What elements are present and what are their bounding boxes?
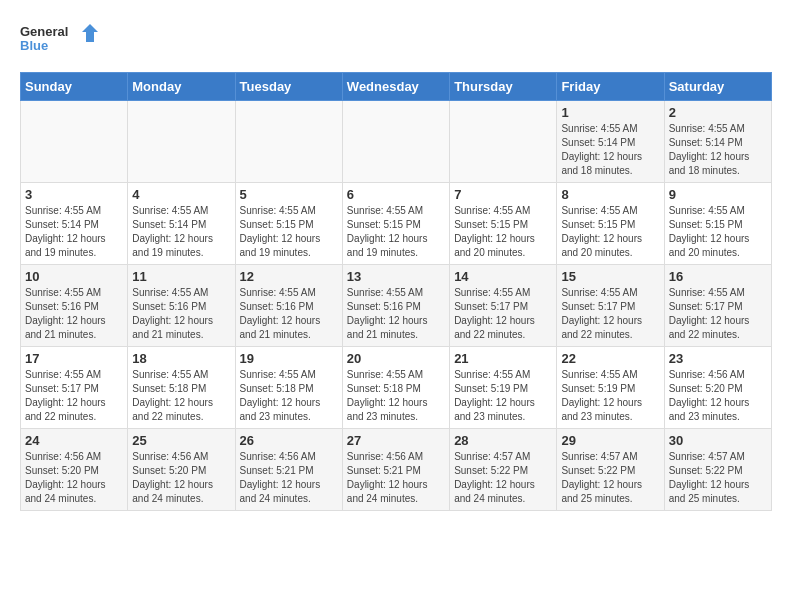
- day-info: Sunrise: 4:55 AM Sunset: 5:19 PM Dayligh…: [454, 368, 552, 424]
- calendar-cell: 24Sunrise: 4:56 AM Sunset: 5:20 PM Dayli…: [21, 429, 128, 511]
- calendar-cell: 18Sunrise: 4:55 AM Sunset: 5:18 PM Dayli…: [128, 347, 235, 429]
- calendar-cell: 29Sunrise: 4:57 AM Sunset: 5:22 PM Dayli…: [557, 429, 664, 511]
- day-number: 2: [669, 105, 767, 120]
- day-number: 6: [347, 187, 445, 202]
- day-number: 5: [240, 187, 338, 202]
- calendar-cell: 11Sunrise: 4:55 AM Sunset: 5:16 PM Dayli…: [128, 265, 235, 347]
- weekday-header-wednesday: Wednesday: [342, 73, 449, 101]
- calendar-cell: [21, 101, 128, 183]
- calendar-cell: 10Sunrise: 4:55 AM Sunset: 5:16 PM Dayli…: [21, 265, 128, 347]
- day-number: 18: [132, 351, 230, 366]
- day-info: Sunrise: 4:55 AM Sunset: 5:15 PM Dayligh…: [454, 204, 552, 260]
- calendar-cell: 21Sunrise: 4:55 AM Sunset: 5:19 PM Dayli…: [450, 347, 557, 429]
- day-number: 4: [132, 187, 230, 202]
- day-number: 13: [347, 269, 445, 284]
- day-info: Sunrise: 4:55 AM Sunset: 5:14 PM Dayligh…: [561, 122, 659, 178]
- calendar-cell: 25Sunrise: 4:56 AM Sunset: 5:20 PM Dayli…: [128, 429, 235, 511]
- calendar-cell: 26Sunrise: 4:56 AM Sunset: 5:21 PM Dayli…: [235, 429, 342, 511]
- svg-marker-2: [82, 24, 98, 42]
- day-info: Sunrise: 4:57 AM Sunset: 5:22 PM Dayligh…: [454, 450, 552, 506]
- logo-svg: General Blue: [20, 20, 100, 64]
- day-number: 30: [669, 433, 767, 448]
- calendar-cell: [450, 101, 557, 183]
- day-number: 24: [25, 433, 123, 448]
- day-info: Sunrise: 4:55 AM Sunset: 5:14 PM Dayligh…: [669, 122, 767, 178]
- day-number: 3: [25, 187, 123, 202]
- logo: General Blue: [20, 20, 100, 64]
- day-number: 14: [454, 269, 552, 284]
- day-number: 12: [240, 269, 338, 284]
- calendar-cell: 8Sunrise: 4:55 AM Sunset: 5:15 PM Daylig…: [557, 183, 664, 265]
- day-info: Sunrise: 4:57 AM Sunset: 5:22 PM Dayligh…: [561, 450, 659, 506]
- day-number: 22: [561, 351, 659, 366]
- day-info: Sunrise: 4:56 AM Sunset: 5:20 PM Dayligh…: [25, 450, 123, 506]
- day-info: Sunrise: 4:57 AM Sunset: 5:22 PM Dayligh…: [669, 450, 767, 506]
- calendar-week-row: 24Sunrise: 4:56 AM Sunset: 5:20 PM Dayli…: [21, 429, 772, 511]
- weekday-header-row: SundayMondayTuesdayWednesdayThursdayFrid…: [21, 73, 772, 101]
- calendar-cell: 2Sunrise: 4:55 AM Sunset: 5:14 PM Daylig…: [664, 101, 771, 183]
- day-info: Sunrise: 4:55 AM Sunset: 5:17 PM Dayligh…: [669, 286, 767, 342]
- calendar-cell: 6Sunrise: 4:55 AM Sunset: 5:15 PM Daylig…: [342, 183, 449, 265]
- calendar-cell: 5Sunrise: 4:55 AM Sunset: 5:15 PM Daylig…: [235, 183, 342, 265]
- weekday-header-sunday: Sunday: [21, 73, 128, 101]
- day-info: Sunrise: 4:55 AM Sunset: 5:14 PM Dayligh…: [25, 204, 123, 260]
- calendar-cell: 20Sunrise: 4:55 AM Sunset: 5:18 PM Dayli…: [342, 347, 449, 429]
- day-number: 19: [240, 351, 338, 366]
- day-number: 17: [25, 351, 123, 366]
- day-number: 10: [25, 269, 123, 284]
- calendar-cell: 15Sunrise: 4:55 AM Sunset: 5:17 PM Dayli…: [557, 265, 664, 347]
- day-number: 23: [669, 351, 767, 366]
- calendar-week-row: 1Sunrise: 4:55 AM Sunset: 5:14 PM Daylig…: [21, 101, 772, 183]
- calendar-cell: 12Sunrise: 4:55 AM Sunset: 5:16 PM Dayli…: [235, 265, 342, 347]
- calendar-cell: 19Sunrise: 4:55 AM Sunset: 5:18 PM Dayli…: [235, 347, 342, 429]
- day-number: 1: [561, 105, 659, 120]
- day-number: 27: [347, 433, 445, 448]
- day-info: Sunrise: 4:56 AM Sunset: 5:21 PM Dayligh…: [240, 450, 338, 506]
- calendar-cell: 4Sunrise: 4:55 AM Sunset: 5:14 PM Daylig…: [128, 183, 235, 265]
- day-info: Sunrise: 4:55 AM Sunset: 5:16 PM Dayligh…: [25, 286, 123, 342]
- day-number: 8: [561, 187, 659, 202]
- day-number: 11: [132, 269, 230, 284]
- day-number: 7: [454, 187, 552, 202]
- calendar-week-row: 3Sunrise: 4:55 AM Sunset: 5:14 PM Daylig…: [21, 183, 772, 265]
- weekday-header-monday: Monday: [128, 73, 235, 101]
- day-number: 16: [669, 269, 767, 284]
- calendar-cell: [342, 101, 449, 183]
- weekday-header-friday: Friday: [557, 73, 664, 101]
- calendar-cell: 16Sunrise: 4:55 AM Sunset: 5:17 PM Dayli…: [664, 265, 771, 347]
- day-info: Sunrise: 4:55 AM Sunset: 5:15 PM Dayligh…: [561, 204, 659, 260]
- day-info: Sunrise: 4:56 AM Sunset: 5:21 PM Dayligh…: [347, 450, 445, 506]
- svg-text:General: General: [20, 24, 68, 39]
- calendar-cell: 3Sunrise: 4:55 AM Sunset: 5:14 PM Daylig…: [21, 183, 128, 265]
- calendar-cell: 22Sunrise: 4:55 AM Sunset: 5:19 PM Dayli…: [557, 347, 664, 429]
- calendar-cell: 7Sunrise: 4:55 AM Sunset: 5:15 PM Daylig…: [450, 183, 557, 265]
- day-number: 26: [240, 433, 338, 448]
- calendar-cell: 9Sunrise: 4:55 AM Sunset: 5:15 PM Daylig…: [664, 183, 771, 265]
- page-header: General Blue: [20, 20, 772, 64]
- calendar-cell: 28Sunrise: 4:57 AM Sunset: 5:22 PM Dayli…: [450, 429, 557, 511]
- day-info: Sunrise: 4:55 AM Sunset: 5:15 PM Dayligh…: [347, 204, 445, 260]
- day-info: Sunrise: 4:55 AM Sunset: 5:19 PM Dayligh…: [561, 368, 659, 424]
- day-info: Sunrise: 4:55 AM Sunset: 5:17 PM Dayligh…: [561, 286, 659, 342]
- day-info: Sunrise: 4:55 AM Sunset: 5:18 PM Dayligh…: [347, 368, 445, 424]
- calendar-cell: [235, 101, 342, 183]
- day-number: 29: [561, 433, 659, 448]
- calendar-week-row: 10Sunrise: 4:55 AM Sunset: 5:16 PM Dayli…: [21, 265, 772, 347]
- calendar-cell: 30Sunrise: 4:57 AM Sunset: 5:22 PM Dayli…: [664, 429, 771, 511]
- day-number: 15: [561, 269, 659, 284]
- day-info: Sunrise: 4:55 AM Sunset: 5:17 PM Dayligh…: [25, 368, 123, 424]
- weekday-header-saturday: Saturday: [664, 73, 771, 101]
- weekday-header-thursday: Thursday: [450, 73, 557, 101]
- day-number: 20: [347, 351, 445, 366]
- weekday-header-tuesday: Tuesday: [235, 73, 342, 101]
- day-info: Sunrise: 4:55 AM Sunset: 5:15 PM Dayligh…: [240, 204, 338, 260]
- calendar-table: SundayMondayTuesdayWednesdayThursdayFrid…: [20, 72, 772, 511]
- calendar-cell: 27Sunrise: 4:56 AM Sunset: 5:21 PM Dayli…: [342, 429, 449, 511]
- day-number: 9: [669, 187, 767, 202]
- calendar-cell: [128, 101, 235, 183]
- calendar-cell: 14Sunrise: 4:55 AM Sunset: 5:17 PM Dayli…: [450, 265, 557, 347]
- day-number: 25: [132, 433, 230, 448]
- day-info: Sunrise: 4:55 AM Sunset: 5:17 PM Dayligh…: [454, 286, 552, 342]
- day-info: Sunrise: 4:55 AM Sunset: 5:16 PM Dayligh…: [240, 286, 338, 342]
- day-number: 28: [454, 433, 552, 448]
